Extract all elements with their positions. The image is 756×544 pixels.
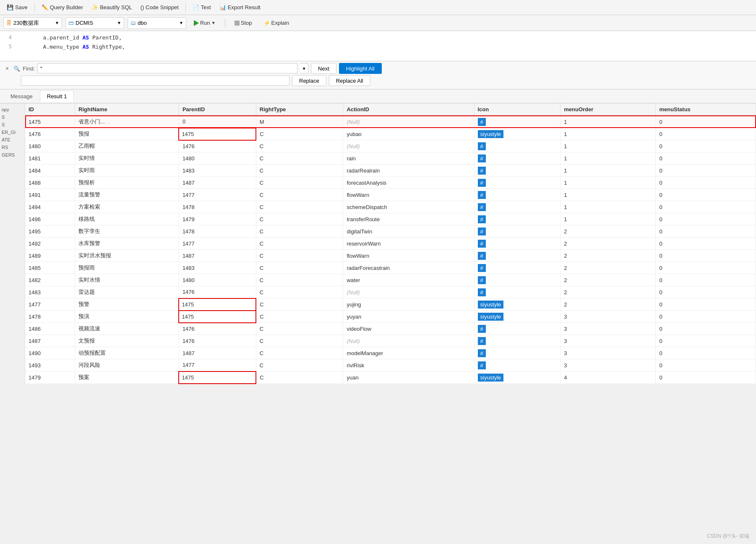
separator2: [185, 3, 186, 12]
code-snippet-button[interactable]: () Code Snippet: [137, 3, 182, 12]
cell-parentid: 1480: [179, 152, 256, 165]
stop-icon: [235, 21, 240, 26]
cell-parentid: 1475: [179, 298, 256, 311]
db1-select-container[interactable]: 🗄 230数据库 ▼: [3, 17, 62, 29]
col-id: ID: [25, 104, 75, 115]
cell-menuorder: 2: [560, 238, 656, 250]
table-row: 1490动预报配置1487CmodelManager#30: [25, 347, 756, 359]
db1-label: 230数据库: [13, 19, 39, 27]
find-input[interactable]: [37, 63, 297, 73]
db2-select-container[interactable]: 🗃 DCMIS ▼: [65, 17, 124, 29]
cell-parentid: 1475: [179, 371, 256, 384]
next-button[interactable]: Next: [311, 63, 336, 74]
cell-parentid: 1487: [179, 177, 256, 189]
col-menuorder: menuOrder: [560, 104, 656, 115]
cell-id: 1489: [25, 250, 75, 262]
find-close-button[interactable]: ×: [3, 64, 11, 73]
cell-actionid: reservoirWarn: [343, 238, 474, 250]
separator1: [34, 3, 35, 12]
cell-rightname: 河段风险: [75, 359, 179, 371]
cell-id: 1494: [25, 201, 75, 213]
cell-id: 1490: [25, 347, 75, 359]
cell-menuorder: 3: [560, 311, 656, 323]
cell-id: 1488: [25, 177, 75, 189]
sidebar-item-gers: GERS: [2, 152, 23, 157]
cell-rightname: 视频流速: [75, 323, 179, 335]
db1-icon: 🗄: [6, 20, 12, 26]
cell-menustatus: 0: [656, 165, 756, 177]
find-dropdown[interactable]: ▼: [300, 63, 308, 73]
cell-id: 1478: [25, 311, 75, 323]
replace-all-button[interactable]: Replace All: [329, 75, 370, 86]
replace-row: Replace Replace All: [3, 75, 753, 86]
cell-righttype: M: [256, 115, 343, 128]
cell-parentid: 1477: [179, 189, 256, 201]
cell-icon: #: [474, 140, 560, 152]
cell-righttype: C: [256, 189, 343, 201]
table-row: 1482实时水情1480Cwater#20: [25, 274, 756, 286]
text-button[interactable]: 📄 Text: [189, 3, 214, 12]
cell-actionid: digitalTwin: [343, 225, 474, 238]
cell-menustatus: 0: [656, 250, 756, 262]
table-row: 1489实时洪水预报1487CflowWarn#20: [25, 250, 756, 262]
cell-id: 1482: [25, 274, 75, 286]
cell-menustatus: 0: [656, 213, 756, 225]
db2-icon: 🗃: [68, 20, 74, 26]
cell-id: 1496: [25, 213, 75, 225]
sidebar-item-s1: S: [2, 115, 23, 120]
cell-menustatus: 0: [656, 286, 756, 298]
text-icon: 📄: [193, 4, 199, 10]
tab-message[interactable]: Message: [3, 90, 40, 102]
cell-menustatus: 0: [656, 262, 756, 274]
cell-actionid: (Null): [343, 115, 474, 128]
cell-parentid: 1477: [179, 359, 256, 371]
beautify-sql-button[interactable]: ✨ Beautify SQL: [88, 3, 136, 12]
cell-id: 1492: [25, 238, 75, 250]
code-editor[interactable]: 4 a.parent_id AS ParentID, 5 A.menu_type…: [0, 31, 756, 61]
tab-result1[interactable]: Result 1: [40, 90, 74, 102]
cell-menuorder: 2: [560, 262, 656, 274]
cell-menuorder: 1: [560, 140, 656, 152]
cell-menustatus: 0: [656, 189, 756, 201]
cell-righttype: C: [256, 311, 343, 323]
cell-id: 1479: [25, 371, 75, 384]
replace-input[interactable]: [21, 76, 289, 86]
cell-menuorder: 2: [560, 274, 656, 286]
highlight-all-button[interactable]: Highlight All: [339, 63, 382, 74]
sidebar-item-opy: opy: [2, 107, 23, 112]
cell-menuorder: 1: [560, 115, 656, 128]
replace-button[interactable]: Replace: [292, 75, 326, 86]
code-line-5: 5 A.menu_type AS RightType,: [0, 42, 756, 51]
cell-actionid: yuan: [343, 371, 474, 384]
cell-menuorder: 2: [560, 250, 656, 262]
export-result-button[interactable]: 📊 Export Result: [216, 3, 264, 12]
cell-actionid: (Null): [343, 335, 474, 347]
cell-righttype: C: [256, 359, 343, 371]
cell-righttype: C: [256, 140, 343, 152]
cell-righttype: C: [256, 165, 343, 177]
table-row: 1493河段风险1477CrivlRisk#30: [25, 359, 756, 371]
left-sidebar: opy S S ER_GI ATE RS GERS: [0, 104, 25, 384]
cell-actionid: yubao: [343, 128, 474, 140]
cell-actionid: rain: [343, 152, 474, 165]
col-parentid: ParentID: [179, 104, 256, 115]
query-builder-button[interactable]: ✏️ Query Builder: [38, 3, 86, 12]
run-button[interactable]: Run ▼: [190, 18, 220, 27]
cell-parentid: 1475: [179, 311, 256, 323]
cell-parentid: 1478: [179, 201, 256, 213]
cell-menustatus: 0: [656, 371, 756, 384]
cell-rightname: 动预报配置: [75, 347, 179, 359]
cell-menuorder: 1: [560, 201, 656, 213]
run-icon: [194, 20, 199, 26]
cell-icon: #: [474, 238, 560, 250]
explain-button[interactable]: ⚡ Explain: [260, 18, 294, 27]
cell-menustatus: 0: [656, 201, 756, 213]
table-row: 1495数字孪生1478CdigitalTwin#20: [25, 225, 756, 238]
line-number-5: 5: [0, 44, 17, 50]
db3-select-container[interactable]: 🗂 dbo ▼: [128, 17, 186, 29]
cell-menustatus: 0: [656, 274, 756, 286]
cell-actionid: radarRealrain: [343, 165, 474, 177]
cell-parentid: 1487: [179, 250, 256, 262]
stop-button[interactable]: Stop: [230, 18, 256, 27]
save-button[interactable]: 💾 Save: [3, 3, 31, 12]
